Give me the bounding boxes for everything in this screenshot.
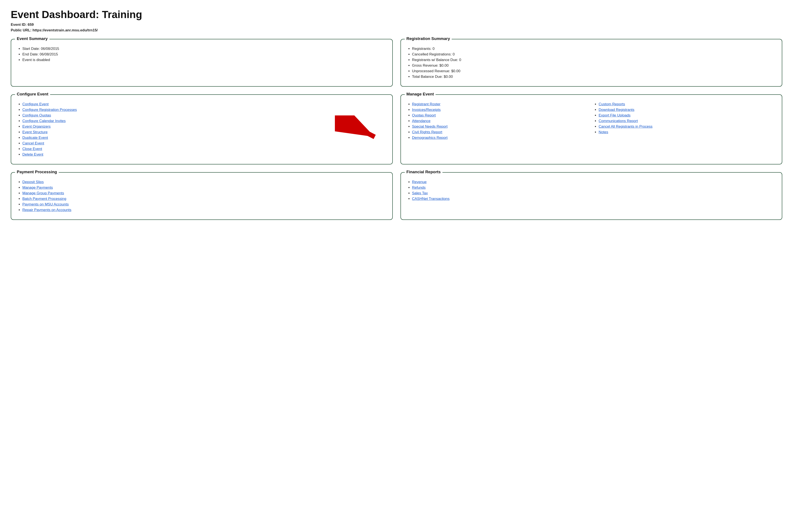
list-item: Configure Calendar Invites — [22, 119, 386, 123]
list-item: Start Date: 06/08/2015 — [22, 46, 386, 51]
event-summary-list: Start Date: 06/08/2015End Date: 06/08/20… — [17, 46, 386, 62]
list-item: Manage Payments — [22, 186, 386, 190]
list-item: Download Registrants — [598, 108, 776, 112]
list-item: Civil Rights Report — [412, 130, 589, 134]
list-item: Custom Reports — [598, 102, 776, 107]
list-item: Refunds — [412, 186, 776, 190]
registration-summary-title: Registration Summary — [405, 36, 452, 41]
list-item: Sales Tax — [412, 191, 776, 195]
manage-event-link[interactable]: Attendance — [412, 119, 430, 123]
list-item: Special Needs Report — [412, 125, 589, 129]
configure-event-link[interactable]: Configure Registration Processes — [22, 108, 77, 112]
event-id-value: 659 — [27, 23, 34, 27]
payment-processing-link[interactable]: Payments on MSU Accounts — [22, 202, 69, 206]
manage-event-title: Manage Event — [405, 92, 436, 96]
list-item: Revenue — [412, 180, 776, 184]
list-item: Close Event — [22, 147, 386, 151]
list-item: Registrant Roster — [412, 102, 589, 107]
event-id-row: Event ID: 659 — [11, 23, 782, 27]
manage-event-link[interactable]: Notes — [598, 130, 608, 134]
configure-event-title: Configure Event — [15, 92, 50, 96]
configure-event-link[interactable]: Configure Calendar Invites — [22, 119, 66, 123]
manage-event-link[interactable]: Custom Reports — [598, 102, 625, 106]
manage-event-link[interactable]: Demographics Report — [412, 136, 447, 140]
event-summary-title: Event Summary — [15, 36, 50, 41]
financial-reports-link[interactable]: Sales Tax — [412, 191, 428, 195]
list-item: Cancelled Registrations: 0 — [412, 52, 776, 57]
configure-event-link[interactable]: Event Structure — [22, 130, 48, 134]
list-item: Quotas Report — [412, 113, 589, 118]
payment-processing-link[interactable]: Deposit Slips — [22, 180, 44, 184]
public-url-value: https://eventstrain.anr.msu.edu/trn15/ — [33, 28, 98, 32]
configure-event-link[interactable]: Configure Quotas — [22, 113, 51, 117]
configure-event-card: Configure Event Configure EventConfigure… — [11, 94, 393, 165]
manage-event-inner: Registrant RosterInvoices/ReceiptsQuotas… — [407, 100, 776, 141]
manage-event-card: Manage Event Registrant RosterInvoices/R… — [401, 94, 782, 165]
manage-event-link[interactable]: Export File Uploads — [598, 113, 630, 117]
payment-processing-link[interactable]: Batch Payment Processing — [22, 197, 66, 201]
configure-event-link[interactable]: Delete Event — [22, 152, 43, 156]
configure-event-link[interactable]: Event Organizers — [22, 125, 51, 129]
public-url-label: Public URL: — [11, 28, 32, 32]
list-item: Invoices/Receipts — [412, 108, 589, 112]
financial-reports-link[interactable]: Revenue — [412, 180, 427, 184]
payment-processing-title: Payment Processing — [15, 170, 59, 174]
payment-processing-link[interactable]: Manage Group Payments — [22, 191, 64, 195]
list-item: Unprocessed Revenue: $0.00 — [412, 69, 776, 73]
list-item: Cancel Event — [22, 141, 386, 146]
manage-event-link[interactable]: Quotas Report — [412, 113, 436, 117]
manage-event-link[interactable]: Download Registrants — [598, 108, 634, 112]
list-item: Export File Uploads — [598, 113, 776, 118]
manage-event-link[interactable]: Registrant Roster — [412, 102, 441, 106]
list-item: Configure Event — [22, 102, 386, 107]
list-item: CASHNet Transactions — [412, 197, 776, 201]
configure-event-link[interactable]: Configure Event — [22, 102, 49, 106]
list-item: Configure Registration Processes — [22, 108, 386, 112]
manage-event-link[interactable]: Cancel All Registrants in Process — [598, 125, 652, 129]
list-item: End Date: 06/08/2015 — [22, 52, 386, 57]
registration-summary-list: Registrants: 0Cancelled Registrations: 0… — [407, 46, 776, 79]
financial-reports-card: Financial Reports RevenueRefundsSales Ta… — [401, 172, 782, 220]
event-id-label: Event ID: — [11, 23, 27, 27]
financial-reports-list: RevenueRefundsSales TaxCASHNet Transacti… — [407, 180, 776, 201]
manage-event-left-list: Registrant RosterInvoices/ReceiptsQuotas… — [407, 102, 589, 141]
payment-processing-link[interactable]: Manage Payments — [22, 186, 53, 190]
list-item: Manage Group Payments — [22, 191, 386, 195]
configure-event-link[interactable]: Cancel Event — [22, 141, 44, 145]
page-title: Event Dashboard: Training — [11, 8, 782, 20]
financial-reports-link[interactable]: CASHNet Transactions — [412, 197, 450, 201]
configure-event-link[interactable]: Close Event — [22, 147, 42, 151]
list-item: Total Balance Due: $0.00 — [412, 75, 776, 79]
list-item: Notes — [598, 130, 776, 134]
list-item: Attendance — [412, 119, 589, 123]
configure-event-link[interactable]: Duplicate Event — [22, 136, 48, 140]
manage-event-link[interactable]: Communications Report — [598, 119, 638, 123]
list-item: Configure Quotas — [22, 113, 386, 118]
manage-event-link[interactable]: Invoices/Receipts — [412, 108, 441, 112]
registration-summary-card: Registration Summary Registrants: 0Cance… — [401, 39, 782, 87]
list-item: Communications Report — [598, 119, 776, 123]
list-item: Batch Payment Processing — [22, 197, 386, 201]
financial-reports-link[interactable]: Refunds — [412, 186, 426, 190]
manage-event-right-list: Custom ReportsDownload RegistrantsExport… — [593, 102, 776, 141]
list-item: Demographics Report — [412, 136, 589, 140]
payment-processing-list: Deposit SlipsManage PaymentsManage Group… — [17, 180, 386, 212]
public-url-row: Public URL: https://eventstrain.anr.msu.… — [11, 28, 782, 33]
manage-event-link[interactable]: Civil Rights Report — [412, 130, 442, 134]
list-item: Registrants: 0 — [412, 46, 776, 51]
manage-event-link[interactable]: Special Needs Report — [412, 125, 447, 129]
payment-processing-card: Payment Processing Deposit SlipsManage P… — [11, 172, 393, 220]
list-item: Event is disabled — [22, 58, 386, 62]
payment-processing-link[interactable]: Repair Payments on Accounts — [22, 208, 71, 212]
list-item: Delete Event — [22, 152, 386, 157]
list-item: Registrants w/ Balance Due: 0 — [412, 58, 776, 62]
configure-event-list: Configure EventConfigure Registration Pr… — [17, 102, 386, 157]
list-item: Gross Revenue: $0.00 — [412, 63, 776, 68]
list-item: Payments on MSU Accounts — [22, 202, 386, 207]
list-item: Repair Payments on Accounts — [22, 208, 386, 212]
list-item: Deposit Slips — [22, 180, 386, 184]
financial-reports-title: Financial Reports — [405, 170, 442, 174]
event-summary-card: Event Summary Start Date: 06/08/2015End … — [11, 39, 393, 87]
list-item: Event Structure — [22, 130, 386, 134]
list-item: Event Organizers — [22, 125, 386, 129]
